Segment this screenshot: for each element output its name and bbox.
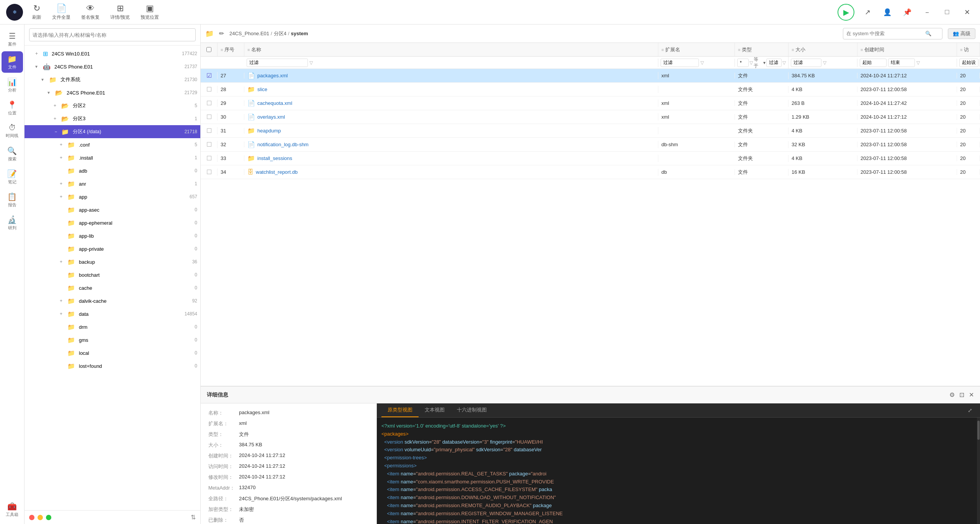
tree-item-drm[interactable]: 📁 drm 0: [25, 320, 200, 333]
tree-item-phone-root[interactable]: ▾ 📂 24CS Phone.E01 21729: [25, 86, 200, 99]
tree-item-data[interactable]: + 📁 data 14854: [25, 307, 200, 320]
th-name[interactable]: ≡ 名称: [244, 43, 658, 56]
scrollbar-track[interactable]: [977, 418, 980, 524]
file-link[interactable]: watchlist_report.db: [256, 169, 298, 175]
tab-original[interactable]: 原类型视图: [381, 403, 419, 417]
tree-item-filesystem[interactable]: ▾ 📁 文件系统 21730: [25, 73, 200, 86]
sidebar-item-files[interactable]: 📁 文件: [2, 51, 23, 73]
created-start-input[interactable]: [860, 59, 887, 67]
tab-text[interactable]: 文本视图: [419, 403, 451, 417]
expand-panel-icon[interactable]: ⊡: [959, 391, 964, 398]
minimize-button[interactable]: －: [920, 5, 934, 19]
tree-item-part4[interactable]: － 📁 分区4 (/data) 21718: [25, 125, 200, 138]
sign-restore-button[interactable]: 👁 签名恢复: [81, 3, 100, 21]
checkbox-icon[interactable]: ☐: [206, 127, 212, 134]
th-visit[interactable]: ≡ 访: [957, 43, 980, 56]
tree-item-phone[interactable]: ▾ 🤖 24CS Phone.E01 21737: [25, 60, 200, 73]
type-filter-val[interactable]: [766, 59, 782, 67]
th-num[interactable]: ≡ 序号: [218, 43, 244, 56]
type-filter-val-icon[interactable]: ▽: [782, 60, 786, 65]
advanced-search-button[interactable]: 👥 高级: [948, 28, 975, 39]
table-row[interactable]: ☑ 27 📄 packages.xml xml 文件 384.75 KB 202…: [201, 69, 980, 83]
checkbox-icon[interactable]: ☐: [206, 168, 212, 176]
tree-item-part3[interactable]: + 📂 分区3 1: [25, 112, 200, 125]
table-row[interactable]: ☐ 31 📁 heapdump 文件夹 4 KB 2023-07-11 12:0…: [201, 124, 980, 138]
type-filter-input[interactable]: [737, 59, 749, 67]
file-link[interactable]: heapdump: [257, 128, 281, 134]
checkbox-icon[interactable]: ☐: [206, 100, 212, 107]
tree-item-bootchart[interactable]: 📁 bootchart 0: [25, 268, 200, 281]
sidebar-item-timeline[interactable]: ⏱ 时间线: [2, 120, 23, 142]
table-row[interactable]: ☐ 28 📁 slice 文件夹 4 KB 2023-07-11 12:00:5…: [201, 83, 980, 96]
file-link[interactable]: slice: [257, 87, 267, 92]
tree-item-app-private[interactable]: 📁 app-private 0: [25, 242, 200, 255]
table-row[interactable]: ☐ 29 📄 cachequota.xml xml 文件 263 B 2024-…: [201, 96, 980, 110]
user-button[interactable]: 👤: [880, 5, 894, 19]
tab-hex[interactable]: 十六进制视图: [451, 403, 493, 417]
tree-item-app-lib[interactable]: 📁 app-lib 0: [25, 229, 200, 242]
scrollbar-thumb[interactable]: [977, 421, 980, 440]
sidebar-item-notes[interactable]: 📝 笔记: [2, 166, 23, 188]
file-link[interactable]: overlays.xml: [257, 114, 285, 120]
file-link[interactable]: packages.xml: [257, 73, 288, 78]
detail-preview-button[interactable]: ⊞ 详情/预览: [110, 3, 130, 21]
size-filter-icon[interactable]: ▽: [823, 60, 826, 65]
created-filter-icon[interactable]: ▽: [916, 60, 920, 65]
tree-item-gms[interactable]: 📁 gms 0: [25, 333, 200, 346]
close-detail-icon[interactable]: ✕: [969, 391, 974, 398]
th-check[interactable]: [201, 43, 218, 56]
type-dropdown[interactable]: ▾: [763, 60, 766, 65]
file-link[interactable]: install_sessions: [257, 155, 292, 161]
tree-item-app[interactable]: + 📁 app 657: [25, 190, 200, 203]
th-size[interactable]: ≡ 大小: [789, 43, 857, 56]
sort-icon[interactable]: ⇅: [191, 514, 196, 521]
tree-item-adb[interactable]: 📁 adb 0: [25, 164, 200, 177]
checkbox-checked-icon[interactable]: ☑: [206, 72, 212, 79]
sidebar-item-search[interactable]: 🔍 搜索: [2, 143, 23, 165]
tree-item-app-asec[interactable]: 📁 app-asec 0: [25, 203, 200, 216]
tree-item-dalvik-cache[interactable]: + 📁 dalvik-cache 92: [25, 294, 200, 307]
export-button[interactable]: ↗: [861, 5, 874, 19]
table-row[interactable]: ☐ 30 📄 overlays.xml xml 文件 1.29 KB 2024-…: [201, 110, 980, 124]
tree-item-win10[interactable]: + ⊞ 24CS Win10.E01 177422: [25, 47, 200, 60]
th-ext[interactable]: ≡ 扩展名: [658, 43, 735, 56]
tree-item-conf[interactable]: + 📁 .conf 5: [25, 138, 200, 151]
created-end-input[interactable]: [888, 59, 915, 67]
sidebar-search-input[interactable]: [29, 28, 196, 41]
tree-item-cache[interactable]: 📁 cache 0: [25, 281, 200, 294]
table-row[interactable]: ☐ 32 📄 notification_log.db-shm db-shm 文件…: [201, 138, 980, 152]
ext-filter-input[interactable]: [661, 59, 699, 67]
checkbox-icon[interactable]: ☐: [206, 155, 212, 162]
name-filter-input[interactable]: [247, 59, 308, 67]
checkbox-icon[interactable]: ☐: [206, 113, 212, 121]
name-filter-icon[interactable]: ▽: [309, 60, 313, 65]
th-type[interactable]: ≡ 类型: [735, 43, 789, 56]
pin-button[interactable]: 📌: [900, 5, 914, 19]
sidebar-item-report[interactable]: 📋 报告: [2, 189, 23, 211]
visit-filter-input[interactable]: [959, 59, 978, 67]
tree-item-local[interactable]: 📁 local 0: [25, 346, 200, 359]
expand-preview-icon[interactable]: ⤢: [968, 407, 972, 413]
file-link[interactable]: notification_log.db-shm: [257, 142, 309, 147]
sidebar-item-cases[interactable]: ☰ 案件: [2, 28, 23, 50]
file-all-button[interactable]: 📄 文件全显: [52, 3, 70, 21]
refresh-button[interactable]: ↻ 刷新: [32, 3, 41, 21]
tree-item-part2[interactable]: + 📂 分区2 5: [25, 99, 200, 112]
tree-item-lost-found[interactable]: 📁 lost+found 0: [25, 359, 200, 372]
preview-position-button[interactable]: ▣ 预览位置: [141, 3, 159, 21]
detail-preview-content[interactable]: <?xml version='1.0' encoding='utf-8' sta…: [377, 418, 980, 524]
maximize-button[interactable]: □: [940, 5, 954, 19]
checkbox-icon[interactable]: ☐: [206, 141, 212, 148]
sidebar-item-research[interactable]: 🔬 研判: [2, 212, 23, 233]
search-input[interactable]: [846, 31, 923, 36]
th-created[interactable]: ≡ 创建时间: [857, 43, 957, 56]
run-button[interactable]: ▶: [838, 4, 854, 21]
ext-filter-icon[interactable]: ▽: [700, 60, 704, 65]
checkbox-icon[interactable]: ☐: [206, 86, 212, 93]
sidebar-item-analysis[interactable]: 📊 分析: [2, 74, 23, 96]
sidebar-item-toolbox[interactable]: 🧰 工具箱: [2, 499, 23, 520]
table-row[interactable]: ☐ 33 📁 install_sessions 文件夹 4 KB 2023-07…: [201, 152, 980, 165]
tree-item-install[interactable]: + 📁 .install 1: [25, 151, 200, 164]
table-row[interactable]: ☐ 34 🗄 watchlist_report.db db 文件 16 KB 2…: [201, 165, 980, 179]
file-link[interactable]: cachequota.xml: [257, 100, 292, 106]
